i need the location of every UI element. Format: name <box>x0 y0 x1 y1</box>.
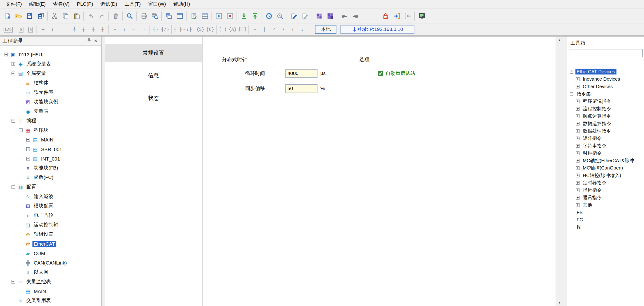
save-button[interactable] <box>24 10 35 22</box>
upload-button[interactable] <box>250 10 260 22</box>
expand-icon[interactable]: + <box>576 166 580 170</box>
time-watch-button[interactable] <box>274 10 286 22</box>
sfc-step-button[interactable]: S <box>16 25 26 34</box>
tree-item[interactable]: −EtherCAT Devices <box>567 68 644 75</box>
tree-item[interactable]: −╫编程 <box>0 116 102 125</box>
expand-icon[interactable]: + <box>576 107 580 111</box>
expand-icon[interactable]: + <box>576 114 580 118</box>
function-call-button[interactable]: [F] <box>238 25 248 34</box>
tree-item[interactable]: +◉系统变量表 <box>0 59 102 69</box>
tree-item[interactable]: ╬CAN(CANLink) <box>0 258 102 267</box>
menu-item-5[interactable]: 调试(D) <box>97 0 121 9</box>
collapse-icon[interactable]: − <box>12 72 15 75</box>
align-right-button[interactable] <box>350 10 360 22</box>
contact-closed-button[interactable]: ┤/├ <box>160 25 170 34</box>
tree-item[interactable]: ≡功能块(FB) <box>0 163 102 173</box>
tree-item[interactable]: +MC轴控(EtherCAT&脉冲 <box>567 157 644 164</box>
tree-item[interactable]: −▣0113 [H5U] <box>0 50 102 59</box>
settings-tab-1[interactable]: 常规设置 <box>105 44 202 62</box>
wire-junction-button[interactable]: ∗ <box>278 25 288 34</box>
insert-branch-button[interactable]: ┿ <box>38 25 48 34</box>
expand-icon[interactable]: + <box>576 188 580 192</box>
wire-corner-up-button[interactable]: ¬ <box>138 25 148 34</box>
tree-item[interactable]: +Inovance Devices <box>567 75 644 83</box>
write-disable-button[interactable] <box>299 10 310 22</box>
collapse-icon[interactable]: − <box>570 70 574 74</box>
wire-up-button[interactable]: ↑ <box>120 25 129 34</box>
tree-item[interactable]: +HC轴控(脉冲输入) <box>567 172 644 179</box>
tree-item[interactable]: +▤MAIN <box>0 135 102 144</box>
panel-splitter[interactable] <box>562 37 566 306</box>
tree-item[interactable]: +MC轴控(CanOpen) <box>567 164 644 171</box>
contact-rising-button[interactable]: ┤↑├ <box>173 25 183 34</box>
expand-icon[interactable]: + <box>576 136 580 140</box>
cut-button[interactable] <box>49 10 60 22</box>
local-button[interactable]: 本地 <box>315 25 336 34</box>
menu-item-1[interactable]: 文件(F) <box>2 0 26 9</box>
tree-item[interactable]: ▭软元件表 <box>0 88 102 97</box>
tree-item[interactable]: ≣结构体 <box>0 78 102 88</box>
pin-icon[interactable] <box>86 38 92 44</box>
contact-open-button[interactable]: ┤├ <box>151 25 160 34</box>
collapse-icon[interactable]: − <box>12 185 15 189</box>
tree-item[interactable]: ◉变量表 <box>0 107 102 116</box>
expand-icon[interactable]: + <box>576 99 580 103</box>
delete-wire-button[interactable]: ≠ <box>269 25 278 34</box>
menu-item-8[interactable]: 帮助(H) <box>170 0 194 9</box>
monitor-button[interactable] <box>263 10 274 22</box>
print-preview-button[interactable] <box>149 10 160 22</box>
tree-item[interactable]: +指针指令 <box>567 187 644 194</box>
menu-item-4[interactable]: PLC(P) <box>73 1 97 8</box>
collapse-icon[interactable]: − <box>12 280 15 284</box>
window-tile-button[interactable] <box>174 10 185 22</box>
inline-block-button[interactable]: {A} <box>228 25 238 34</box>
compile-all-button[interactable] <box>324 10 336 22</box>
tree-item[interactable]: +通讯指令 <box>567 194 644 201</box>
scroll-down-icon[interactable]: ▼ <box>556 299 563 306</box>
paste-button[interactable] <box>71 10 82 22</box>
vertical-scrollbar[interactable]: ▲ ▼ <box>556 37 563 306</box>
expand-icon[interactable]: + <box>576 181 580 185</box>
expand-icon[interactable]: + <box>576 129 580 133</box>
connection-status[interactable]: 未登录:IP:192.168.0.10 <box>340 25 414 34</box>
insert-row-down-button[interactable]: ⇂ <box>48 25 57 34</box>
delete-row-button[interactable]: ↾ <box>57 25 66 34</box>
delete-button[interactable] <box>110 10 121 22</box>
expand-icon[interactable]: + <box>576 77 580 81</box>
new-file-button[interactable] <box>2 10 13 22</box>
menu-item-2[interactable]: 编辑(E) <box>26 0 50 9</box>
coil-output-button[interactable]: ( ) <box>218 25 228 34</box>
tree-item[interactable]: −▤全局变量 <box>0 69 102 78</box>
tree-item[interactable]: +Other Devices <box>567 83 644 90</box>
tree-item[interactable]: +数据处理指令 <box>567 127 644 134</box>
download-button[interactable] <box>238 10 249 22</box>
device-table-button[interactable] <box>199 10 210 22</box>
copy-button[interactable] <box>60 10 71 22</box>
expand-icon[interactable]: + <box>576 122 580 125</box>
expand-icon[interactable]: + <box>576 85 580 88</box>
tree-item[interactable]: +流程控制指令 <box>567 105 644 112</box>
tree-item[interactable]: −指令集 <box>567 90 644 97</box>
tree-item[interactable]: +▤SBR_001 <box>0 144 102 154</box>
tree-item[interactable]: +触点运算指令 <box>567 112 644 120</box>
menu-item-7[interactable]: 窗口(W) <box>144 0 170 9</box>
scroll-up-icon[interactable]: ▲ <box>556 37 563 44</box>
tree-item[interactable]: ∿输入滤波 <box>0 192 102 201</box>
expand-icon[interactable]: + <box>576 196 580 199</box>
expand-icon[interactable]: + <box>576 159 580 163</box>
tree-item[interactable]: ⌗以太网 <box>0 268 102 277</box>
tree-item[interactable]: ◫运动控制轴 <box>0 220 102 230</box>
print-button[interactable] <box>138 10 149 22</box>
collapse-icon[interactable]: − <box>4 53 8 56</box>
find-button[interactable] <box>124 10 135 22</box>
tree-item[interactable]: +时钟指令 <box>567 149 644 157</box>
move-down-button[interactable]: ↓ <box>298 25 307 34</box>
branch-up-button[interactable]: ╀ <box>70 25 79 34</box>
window-cascade-button[interactable] <box>163 10 174 22</box>
collapse-icon[interactable]: − <box>19 128 22 132</box>
redo-button[interactable] <box>96 10 107 22</box>
run-button[interactable] <box>213 10 224 22</box>
coil-reset-button[interactable]: {C} <box>205 25 215 34</box>
undo-button[interactable] <box>85 10 96 22</box>
draw-hline-button[interactable]: — <box>250 25 260 34</box>
